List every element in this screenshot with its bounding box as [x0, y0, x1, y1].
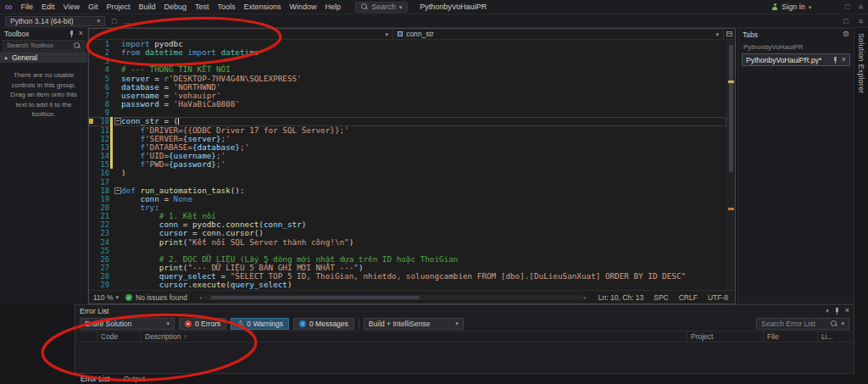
line-number[interactable]: 1 — [94, 40, 109, 48]
solution-explorer-strip[interactable]: Solution Explorer — [854, 28, 868, 304]
scope-filter-dropdown[interactable]: Entire Solution ▾ — [80, 318, 175, 330]
column-severity[interactable] — [75, 331, 97, 342]
document-health-indicator[interactable]: ✓ No issues found — [125, 293, 187, 302]
global-search-box[interactable]: Search ▾ — [355, 2, 408, 13]
toolbox-section-general[interactable]: ▲ General — [0, 52, 87, 63]
code-line-16[interactable]: 16) — [89, 169, 726, 177]
live-share-icon[interactable]: □ — [843, 17, 848, 25]
menu-git[interactable]: Git — [84, 2, 103, 12]
menu-tools[interactable]: Tools — [214, 2, 240, 12]
scroll-left-icon[interactable]: ◂ — [199, 295, 202, 300]
menu-help[interactable]: Help — [321, 2, 346, 12]
line-number[interactable]: 7 — [94, 92, 109, 100]
indent-mode[interactable]: SPC — [654, 293, 668, 302]
column-code[interactable]: Code — [97, 331, 142, 342]
line-number[interactable]: 26 — [94, 255, 109, 264]
warnings-filter-button[interactable]: ⚠ 0 Warnings — [231, 318, 289, 330]
column-project[interactable]: Project — [687, 331, 764, 342]
pin-icon[interactable] — [832, 57, 838, 64]
tab-error-list[interactable]: Error List — [75, 375, 115, 383]
code-line-9[interactable]: 9 — [89, 109, 726, 117]
chevron-down-icon[interactable]: ▾ — [826, 308, 829, 314]
caret-position[interactable]: Ln: 10, Ch: 13 — [598, 293, 643, 302]
line-number[interactable]: 12 — [94, 135, 109, 143]
pin-icon[interactable] — [69, 31, 75, 37]
scroll-right-icon[interactable]: ▸ — [584, 295, 587, 300]
errors-filter-button[interactable]: × 0 Errors — [179, 318, 226, 330]
gear-icon[interactable]: ⚙ — [843, 31, 849, 38]
vertical-scrollbar[interactable] — [726, 40, 735, 290]
fold-collapse-icon[interactable] — [114, 117, 121, 125]
line-number[interactable]: 9 — [94, 109, 109, 117]
document-tab-active[interactable]: PythonbyVoHauiPR.py* × — [742, 53, 850, 66]
line-number[interactable]: 24 — [94, 238, 109, 247]
column-line[interactable]: Li... — [818, 331, 854, 342]
code-line-2[interactable]: 2from datetime import datetime — [89, 48, 726, 57]
line-number[interactable]: 17 — [94, 178, 109, 186]
source-filter-dropdown[interactable]: Build + IntelliSense ▾ — [364, 318, 464, 330]
menu-view[interactable]: View — [59, 2, 84, 12]
menu-extensions[interactable]: Extensions — [240, 2, 286, 12]
code-line-8[interactable]: 8password = 'HaVaBiCa0808' — [89, 100, 726, 109]
menu-build[interactable]: Build — [134, 2, 159, 12]
split-editor-button[interactable] — [723, 29, 735, 39]
line-number[interactable]: 15 — [94, 160, 109, 169]
column-file[interactable]: File — [764, 331, 818, 342]
sign-in-button[interactable]: Sign in ▾ — [771, 3, 811, 11]
line-number[interactable]: 25 — [94, 247, 109, 255]
toolbar-options-icon[interactable]: ≡ — [859, 17, 863, 25]
code-editor[interactable]: 1import pyodbc2from datetime import date… — [89, 40, 735, 290]
menu-debug[interactable]: Debug — [160, 2, 192, 12]
line-number[interactable]: 6 — [94, 83, 109, 92]
line-number[interactable]: 18 — [94, 186, 109, 195]
horizontal-scrollbar[interactable]: ◂ ▸ — [199, 294, 587, 301]
pin-icon[interactable] — [834, 308, 840, 314]
line-number[interactable]: 14 — [94, 152, 109, 160]
menu-test[interactable]: Test — [191, 2, 214, 12]
line-number[interactable]: 21 — [94, 212, 109, 220]
fold-collapse-icon[interactable] — [114, 186, 121, 195]
line-number[interactable]: 4 — [94, 65, 109, 74]
save-icon[interactable]: □ — [112, 17, 116, 25]
code-line-24[interactable]: 24 print("Kết nối SQL Server thành công!… — [89, 238, 726, 247]
line-number[interactable]: 8 — [94, 100, 109, 109]
tab-output[interactable]: Output — [117, 375, 151, 383]
line-number[interactable]: 13 — [94, 143, 109, 152]
column-description[interactable]: Description ↑ — [142, 331, 687, 342]
line-number[interactable]: 27 — [94, 264, 109, 272]
error-list-body[interactable] — [75, 342, 854, 373]
line-endings[interactable]: CRLF — [679, 293, 698, 302]
line-number[interactable]: 3 — [94, 57, 109, 65]
notification-icon[interactable]: ≡ — [859, 3, 863, 11]
menu-file[interactable]: File — [17, 2, 38, 12]
python-environment-dropdown[interactable]: Python 3.14 (64-bit) ▾ — [5, 16, 105, 26]
line-number[interactable]: 22 — [94, 220, 109, 229]
menu-window[interactable]: Window — [286, 2, 321, 12]
hscroll-thumb[interactable] — [211, 296, 420, 299]
code-line-29[interactable]: 29 cursor.execute(query_select) — [89, 281, 726, 289]
line-number[interactable]: 10 — [94, 117, 109, 125]
line-number[interactable]: 2 — [94, 48, 109, 57]
close-icon[interactable]: × — [79, 30, 83, 37]
error-list-search-input[interactable]: Search Error List ▾ — [756, 318, 849, 330]
breadcrumb-member-dropdown[interactable]: conn_str ▾ — [393, 29, 723, 39]
code-line-19[interactable]: 19 conn = None — [89, 195, 726, 203]
close-icon[interactable]: × — [845, 307, 849, 314]
messages-filter-button[interactable]: i 0 Messages — [293, 318, 354, 330]
line-number[interactable]: 23 — [94, 229, 109, 237]
feedback-icon[interactable]: □ — [845, 3, 849, 11]
breadcrumb-project-dropdown[interactable]: ▾ — [89, 29, 392, 39]
line-number[interactable]: 5 — [94, 75, 109, 83]
encoding[interactable]: UTF-8 — [708, 293, 728, 302]
line-number[interactable]: 20 — [94, 203, 109, 212]
line-number[interactable]: 16 — [94, 169, 109, 177]
scrollbar-thumb[interactable] — [729, 45, 733, 172]
line-number[interactable]: 28 — [94, 272, 109, 281]
zoom-control[interactable]: 110 % ▾ — [93, 293, 119, 302]
menu-edit[interactable]: Edit — [37, 2, 59, 12]
toolbox-search-input[interactable]: Search Toolbox — [3, 40, 85, 51]
line-number[interactable]: 11 — [94, 126, 109, 135]
line-number[interactable]: 19 — [94, 195, 109, 203]
line-number[interactable]: 29 — [94, 281, 109, 289]
close-icon[interactable]: × — [842, 56, 846, 64]
